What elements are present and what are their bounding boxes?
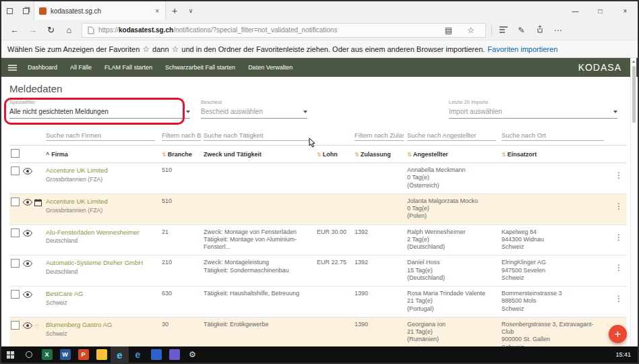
table-row[interactable]: Accenture UK Limited Grossbritannien (FZ… [9,194,627,225]
sort-asc-icon: ^ [46,151,49,158]
edge-icon[interactable]: e [111,346,129,363]
table-row[interactable]: ☝ Blumenberg Gastro AG Schweiz 30 Tätigk… [9,317,627,346]
header-firma[interactable]: Firma [51,151,68,158]
filter-branche-select[interactable]: Filtern nach B [162,130,201,141]
angestellter-cell: Annabella Meckmann 0 Tag(e) (Österreich) [407,166,501,189]
nav-item-dashboard[interactable]: Dashboard [28,64,57,71]
back-icon[interactable]: ← [5,25,24,35]
eye-icon[interactable] [23,199,32,207]
header-angestellter[interactable]: Angestellter [413,151,448,158]
row-checkbox[interactable] [11,259,20,268]
table-row[interactable]: Alu-Fensterläden Wennesheimer Deutschlan… [9,225,627,256]
home-icon[interactable]: ⌂ [60,25,78,35]
scrollbar-thumb[interactable] [632,66,636,123]
add-button[interactable]: + [609,325,627,343]
app-purple-icon[interactable] [165,346,183,363]
hub-favorites-icon[interactable] [494,26,512,35]
refresh-icon[interactable]: ↻ [42,25,60,35]
set-tabs-aside-icon[interactable] [1,1,18,20]
row-menu-icon[interactable]: ⋮ [611,166,627,180]
tab-close-icon[interactable]: × [154,7,160,15]
row-menu-icon[interactable]: ⋮ [611,259,627,272]
browser-tab[interactable]: kodasatest.sg.ch × [34,1,166,20]
import-favorites-link[interactable]: Favoriten importieren [487,45,557,53]
tabs-preview-icon[interactable] [18,1,34,20]
eye-icon[interactable] [23,260,32,268]
search-taetigkeit-input[interactable] [204,130,310,141]
settings-gear-icon[interactable]: ⚙ [183,346,202,363]
eye-icon[interactable] [23,291,32,299]
row-checkbox[interactable] [11,166,20,175]
eye-icon[interactable] [23,168,32,176]
excel-icon[interactable]: X [38,346,56,363]
page-scrollbar[interactable]: ▲ [630,58,636,346]
calendar-icon[interactable] [34,199,42,208]
filter-zulassung-select[interactable]: Filtern nach Zulassung [355,130,404,141]
taskbar-clock[interactable]: 15:41 [615,351,638,358]
company-link[interactable]: Automatic-Systeme Dreher GmbH [46,259,156,267]
row-checkbox[interactable] [11,290,20,299]
header-zulassung[interactable]: Zulassung [361,151,391,158]
employee-name: Daniel Hoss [407,259,496,266]
company-link[interactable]: BestCare AG [46,290,156,298]
add-favorite-star-icon[interactable]: ☆ [462,26,480,35]
row-menu-icon[interactable]: ⋮ [611,229,627,242]
table-row[interactable]: Accenture UK Limited Grossbritannien (FZ… [9,163,627,194]
search-firmen-input[interactable] [46,130,155,141]
row-checkbox[interactable] [11,229,20,237]
spezialfilter-select[interactable]: Alle nicht gesichteten Meldungen [9,108,190,119]
maximize-button[interactable]: □ [588,1,613,20]
search-angestellter-input[interactable] [407,130,496,141]
close-button[interactable]: × [613,1,638,20]
file-explorer-icon[interactable] [92,346,111,363]
row-checkbox[interactable] [11,198,20,206]
url-field[interactable]: https://kodasatest.sg.ch/notifications/?… [82,23,486,38]
eye-icon[interactable] [23,322,32,330]
company-link[interactable]: Accenture UK Limited [46,198,156,206]
nav-item-all-faelle[interactable]: All Fälle [70,64,92,71]
taskbar-search-icon[interactable] [20,346,38,363]
header-branche[interactable]: Branche [168,151,192,158]
filter-branche-text: Filtern nach B [162,131,201,139]
nav-item-schwarzarbeit-fall-starten[interactable]: Schwarzarbeit Fall starten [165,64,235,71]
row-menu-icon[interactable]: ⋮ [611,290,627,303]
angestellter-cell: Rosa Maria Trindade Valente 21 Tag(e) (P… [407,290,501,313]
ort-line-3: Schweiz [501,274,605,282]
company-link[interactable]: Accenture UK Limited [46,166,156,175]
nav-item-daten-verwalten[interactable]: Daten Verwalten [248,64,293,71]
scroll-up-icon[interactable]: ▲ [631,58,636,65]
internet-explorer-icon[interactable]: e [129,346,147,363]
select-all-checkbox[interactable] [11,149,20,158]
share-icon[interactable] [530,25,549,35]
reading-view-icon[interactable]: ▤ [439,26,458,35]
start-button-icon[interactable] [1,346,20,363]
zweck-line: Zweck: Montage von Fensterläden [204,229,311,236]
hamburger-menu-icon[interactable] [8,65,17,71]
header-einsatzort[interactable]: Einsatzort [508,151,537,158]
hand-icon[interactable]: ☝ [34,322,39,330]
company-link[interactable]: Alu-Fensterläden Wennesheimer [46,229,156,237]
company-link[interactable]: Blumenberg Gastro AG [46,321,156,329]
more-options-icon[interactable]: ⋯ [549,26,567,35]
bescheid-select[interactable]: Bescheid auswählen [201,108,307,119]
web-note-icon[interactable]: ✎ [512,26,530,35]
sort-icon: ⇅ [355,152,359,158]
tab-dropdown-icon[interactable]: ∨ [183,1,198,20]
table-row[interactable]: BestCare AG Schweiz 630 Tätigkeit: Haush… [9,286,627,317]
forward-icon[interactable]: → [24,25,42,35]
nav-item-flam-fall-starten[interactable]: FLAM Fall starten [104,64,152,71]
minimize-button[interactable]: — [563,1,588,20]
row-menu-icon[interactable]: ⋮ [611,198,627,211]
search-ort-input[interactable] [501,130,604,141]
powerpoint-icon[interactable]: P [74,346,92,363]
app-blue-icon[interactable] [147,346,165,363]
header-zweck[interactable]: Zweck und Tätigkeit [204,151,262,158]
tab-title: kodasatest.sg.ch [51,7,150,15]
new-tab-button[interactable]: + [166,1,183,20]
table-row[interactable]: Automatic-Systeme Dreher GmbH Deutschlan… [9,255,627,286]
word-icon[interactable]: W [56,346,74,363]
row-checkbox[interactable] [11,321,20,330]
importe-select[interactable]: Import auswählen [449,108,617,119]
eye-icon[interactable] [23,230,32,238]
header-lohn[interactable]: Lohn [323,151,338,158]
